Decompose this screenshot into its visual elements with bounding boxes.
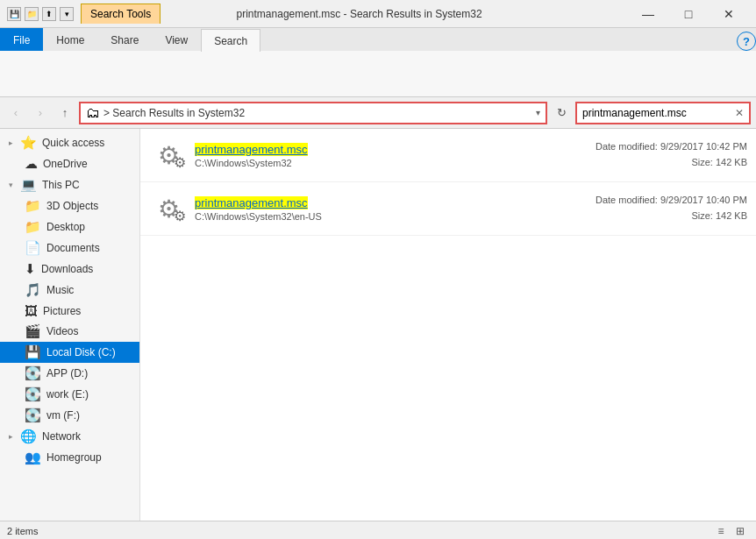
documents-icon: 📄 (25, 240, 41, 256)
sidebar-label-local-disk-c: Local Disk (C:) (46, 346, 116, 358)
file-date: Date modified: 9/29/2017 10:42 PM (596, 139, 747, 155)
sidebar-item-music[interactable]: 🎵 Music (0, 280, 139, 301)
sidebar-item-videos[interactable]: 🎬 Videos (0, 321, 139, 342)
sidebar-item-local-disk-c[interactable]: 💾 Local Disk (C:) (0, 342, 139, 363)
sidebar-label-quick-access: Quick access (42, 137, 104, 149)
file-icon-area: ⚙ ⚙ (149, 136, 188, 174)
onedrive-icon: ☁ (25, 156, 38, 172)
sidebar-item-work-e[interactable]: 💽 work (E:) (0, 384, 139, 405)
sidebar-item-desktop[interactable]: 📁 Desktop (0, 216, 139, 238)
music-icon: 🎵 (25, 282, 41, 298)
search-input[interactable] (582, 107, 731, 119)
tab-home[interactable]: Home (43, 28, 97, 51)
sidebar-label-homegroup: Homegroup (46, 451, 102, 464)
file-info-2: printmanagement.msc C:\Windows\System32\… (188, 196, 596, 222)
dropdown-icon[interactable]: ▾ (60, 7, 74, 21)
status-count: 2 items (7, 526, 38, 536)
sidebar-item-thispc[interactable]: ▾ 💻 This PC (0, 174, 139, 195)
sidebar-label-downloads: Downloads (41, 263, 93, 275)
view-details-button[interactable]: ≡ (712, 522, 730, 540)
file-info: printmanagement.msc C:\Windows\System32 (188, 143, 596, 168)
address-bar: ‹ › ↑ 🗂 > Search Results in System32 ▾ ↻… (0, 97, 756, 129)
thispc-expand-icon: ▾ (9, 181, 13, 189)
title-bar: 💾 📁 ⬆ ▾ Search Tools printmanagement.msc… (0, 0, 756, 28)
sidebar-label-thispc: This PC (42, 179, 80, 191)
tab-view[interactable]: View (152, 28, 201, 51)
new-folder-icon[interactable]: 📁 (25, 7, 39, 21)
sidebar-item-documents[interactable]: 📄 Documents (0, 238, 139, 259)
sidebar-label-documents: Documents (46, 242, 100, 254)
tab-share[interactable]: Share (97, 28, 152, 51)
refresh-button[interactable]: ↻ (551, 103, 572, 124)
ribbon: File Home Share View Search ? (0, 28, 756, 97)
table-row[interactable]: ⚙ ⚙ printmanagement.msc C:\Windows\Syste… (140, 129, 756, 182)
sidebar-item-pictures[interactable]: 🖼 Pictures (0, 301, 139, 321)
maximize-button[interactable]: □ (668, 0, 709, 28)
window-title: printmanagement.msc - Search Results in … (90, 8, 628, 20)
file-path: C:\Windows\System32 (195, 158, 596, 168)
search-box[interactable]: ✕ (575, 102, 751, 124)
properties-icon[interactable]: ⬆ (42, 7, 56, 21)
main-area: ▸ ⭐ Quick access ☁ OneDrive ▾ 💻 This PC … (0, 129, 756, 521)
local-disk-c-icon: 💾 (25, 344, 41, 360)
sidebar-item-homegroup[interactable]: 👥 Homegroup (0, 447, 139, 468)
tab-file[interactable]: File (0, 28, 43, 51)
folder-icon: 🗂 (86, 105, 100, 121)
close-button[interactable]: ✕ (709, 0, 749, 28)
sidebar-label-vm-f: vm (F:) (46, 409, 80, 422)
window-controls: — □ ✕ (628, 0, 749, 28)
sidebar-label-network: Network (42, 430, 81, 443)
sidebar-label-work-e: work (E:) (46, 388, 89, 401)
ribbon-content (0, 51, 756, 96)
downloads-icon: ⬇ (25, 261, 36, 277)
network-icon: 🌐 (20, 429, 37, 444)
vm-f-icon: 💽 (25, 408, 41, 423)
file-name-highlight: printmanagement.msc (195, 143, 308, 156)
view-controls: ≡ ⊞ (712, 522, 749, 540)
address-dropdown-icon[interactable]: ▾ (536, 108, 540, 117)
help-button[interactable]: ? (737, 32, 756, 51)
sidebar-label-3d: 3D Objects (46, 200, 98, 212)
address-path: > Search Results in System32 (103, 107, 532, 119)
gear-small-icon: ⚙ (174, 154, 186, 171)
file-name[interactable]: printmanagement.msc (195, 143, 596, 156)
ribbon-tabs: File Home Share View Search ? (0, 28, 756, 51)
sidebar: ▸ ⭐ Quick access ☁ OneDrive ▾ 💻 This PC … (0, 129, 140, 521)
file-name-2[interactable]: printmanagement.msc (195, 196, 596, 209)
sidebar-item-onedrive[interactable]: ☁ OneDrive (0, 153, 139, 174)
sidebar-label-music: Music (46, 284, 74, 296)
sidebar-item-downloads[interactable]: ⬇ Downloads (0, 259, 139, 280)
sidebar-item-quick-access[interactable]: ▸ ⭐ Quick access (0, 132, 139, 153)
sidebar-label-desktop: Desktop (46, 221, 85, 233)
address-box[interactable]: 🗂 > Search Results in System32 ▾ (79, 102, 547, 124)
status-bar: 2 items ≡ ⊞ (0, 521, 756, 539)
file-name-highlight-2: printmanagement.msc (195, 196, 308, 209)
work-e-icon: 💽 (25, 387, 41, 402)
file-icon-area-2: ⚙ ⚙ (149, 189, 188, 228)
file-date-2: Date modified: 9/29/2017 10:40 PM (596, 193, 747, 209)
up-button[interactable]: ↑ (54, 103, 75, 124)
videos-icon: 🎬 (25, 323, 41, 339)
file-meta-2: Date modified: 9/29/2017 10:40 PM Size: … (596, 193, 747, 223)
sidebar-label-app-d: APP (D:) (46, 367, 88, 379)
tab-search[interactable]: Search (201, 29, 260, 52)
file-size-2: Size: 142 KB (596, 209, 747, 224)
3d-icon: 📁 (25, 198, 41, 214)
back-button[interactable]: ‹ (5, 103, 26, 124)
sidebar-item-network[interactable]: ▸ 🌐 Network (0, 426, 139, 447)
table-row[interactable]: ⚙ ⚙ printmanagement.msc C:\Windows\Syste… (140, 182, 756, 236)
content-area: ⚙ ⚙ printmanagement.msc C:\Windows\Syste… (140, 129, 756, 521)
file-size: Size: 142 KB (596, 155, 747, 171)
title-bar-icons: 💾 📁 ⬆ ▾ (7, 7, 74, 21)
homegroup-icon: 👥 (25, 450, 41, 465)
sidebar-item-app-d[interactable]: 💽 APP (D:) (0, 363, 139, 384)
sidebar-item-vm-f[interactable]: 💽 vm (F:) (0, 405, 139, 426)
view-tiles-button[interactable]: ⊞ (731, 522, 749, 540)
sidebar-label-pictures: Pictures (43, 305, 81, 317)
quick-access-icon[interactable]: 💾 (7, 7, 21, 21)
quick-access-icon: ⭐ (20, 135, 37, 151)
forward-button[interactable]: › (30, 103, 51, 124)
search-clear-button[interactable]: ✕ (735, 107, 744, 119)
minimize-button[interactable]: — (628, 0, 668, 28)
sidebar-item-3d-objects[interactable]: 📁 3D Objects (0, 195, 139, 216)
